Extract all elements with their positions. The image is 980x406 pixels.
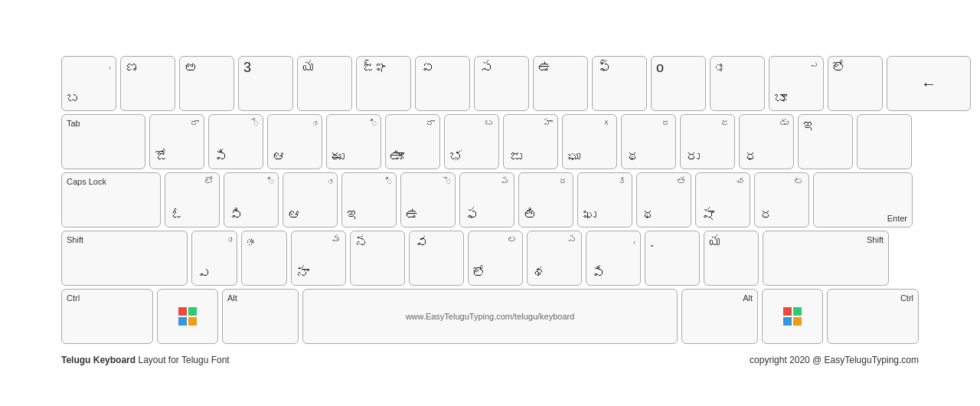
svg-rect-6 <box>783 317 792 326</box>
alt-right-key[interactable]: Alt <box>681 289 758 344</box>
key-s[interactable]: ి ఏి <box>224 172 279 228</box>
key-r[interactable]: ి ఈు <box>326 114 381 169</box>
key-m[interactable]: స శ <box>527 231 582 286</box>
key-a[interactable]: లో ఓ <box>165 172 220 228</box>
key-t[interactable]: రా ఊూ <box>385 114 440 169</box>
key-p[interactable]: జ రు <box>680 114 735 169</box>
footer: Telugu Keyboard Layout for Telugu Font c… <box>31 352 949 365</box>
key-equals[interactable]: ఎ బూ <box>769 56 824 111</box>
key-n[interactable]: ల లో <box>468 231 523 286</box>
key-bracket[interactable]: లో <box>828 56 883 111</box>
svg-rect-4 <box>783 307 792 316</box>
ctrl-left-key[interactable]: Ctrl <box>61 289 153 344</box>
key-v[interactable]: న <box>350 231 405 286</box>
key-7[interactable]: స <box>474 56 529 111</box>
key-z[interactable]: ు ఎ <box>191 231 237 286</box>
svg-rect-1 <box>188 307 197 316</box>
key-q[interactable]: రా జో <box>149 114 204 169</box>
footer-left: Telugu Keyboard Layout for Telugu Font <box>61 355 230 365</box>
footer-right: copyright 2020 @ EasyTeluguTyping.com <box>750 355 919 365</box>
windows-icon <box>177 306 198 327</box>
key-period[interactable]: . <box>645 231 700 286</box>
key-4[interactable]: య <box>297 56 352 111</box>
key-w[interactable]: ే పి <box>208 114 263 169</box>
svg-rect-2 <box>178 317 187 326</box>
key-1[interactable]: ణ <box>120 56 175 111</box>
win-left-key[interactable] <box>157 289 218 344</box>
keyboard-row-5: Ctrl Alt www.EasyTeluguTyping.com/telugu… <box>61 289 919 344</box>
key-lbracket[interactable]: డు ధ <box>739 114 794 169</box>
keyboard-row-1: , బ ణ అ 3 య జ్ఞ ఏ స ఉ ఫ్ o <box>61 56 919 111</box>
key-6[interactable]: ఏ <box>415 56 470 111</box>
key-2[interactable]: అ <box>179 56 234 111</box>
shift-right-key[interactable]: Shift <box>763 231 889 286</box>
svg-rect-0 <box>178 307 187 316</box>
key-quote[interactable]: ట ర <box>754 172 809 228</box>
key-e[interactable]: ఁ ఆ <box>267 114 322 169</box>
alt-left-key[interactable]: Alt <box>222 289 299 344</box>
key-backtick[interactable]: , బ <box>61 56 116 111</box>
caps-lock-key[interactable]: Caps Lock <box>61 172 161 228</box>
key-y[interactable]: బ భ <box>444 114 499 169</box>
key-3[interactable]: 3 <box>238 56 293 111</box>
svg-rect-3 <box>188 317 197 326</box>
key-backslash[interactable] <box>857 114 912 169</box>
key-l[interactable]: త థ <box>636 172 691 228</box>
key-g[interactable]: ె ఉ <box>400 172 456 228</box>
key-semicolon[interactable]: చ షా <box>695 172 750 228</box>
windows-right-icon <box>782 306 803 327</box>
keyboard-row-3: Caps Lock లో ఓ ి ఏి ఁ ఆ ి ఇ ె ఉ ప ఫ ర అి <box>61 172 919 228</box>
key-u[interactable]: హా జు <box>503 114 558 169</box>
key-d[interactable]: ఁ ఆ <box>283 172 338 228</box>
backspace-key[interactable]: ← <box>887 56 971 111</box>
key-slash[interactable]: య <box>704 231 759 286</box>
shift-left-key[interactable]: Shift <box>61 231 188 286</box>
key-j[interactable]: ర అి <box>518 172 573 228</box>
key-comma[interactable]: , పి <box>586 231 641 286</box>
key-f[interactable]: ి ఇ <box>341 172 397 228</box>
ctrl-right-key[interactable]: Ctrl <box>827 289 919 344</box>
tab-key[interactable]: Tab <box>61 114 145 169</box>
keyboard-row-2: Tab రా జో ే పి ఁ ఆ ి ఈు రా ఊూ బ భ హా జు <box>61 114 919 169</box>
key-c[interactable]: మ నా <box>291 231 346 286</box>
svg-rect-5 <box>793 307 802 316</box>
key-b[interactable]: వ <box>409 231 464 286</box>
enter-key[interactable]: Enter <box>813 172 913 228</box>
key-h[interactable]: ప ఫ <box>459 172 514 228</box>
key-5[interactable]: జ్ఞ <box>356 56 411 111</box>
keyboard-row-4: Shift ు ఎ ం మ నా న వ ల లో స శ , పి <box>61 231 919 286</box>
space-key[interactable]: www.EasyTeluguTyping.com/telugu/keyboard <box>302 289 678 344</box>
win-right-key[interactable] <box>762 289 823 344</box>
key-0[interactable]: o <box>651 56 706 111</box>
key-o[interactable]: ద థ <box>621 114 676 169</box>
key-i[interactable]: గ ఘు <box>562 114 617 169</box>
svg-rect-7 <box>793 317 802 326</box>
key-minus[interactable]: ః <box>710 56 765 111</box>
keyboard-wrapper: , బ ణ అ 3 య జ్ఞ ఏ స ఉ ఫ్ o <box>31 41 949 352</box>
key-rbracket[interactable]: ఇ <box>798 114 853 169</box>
key-x[interactable]: ం <box>241 231 287 286</box>
key-9[interactable]: ఫ్ <box>592 56 647 111</box>
key-8[interactable]: ఉ <box>533 56 588 111</box>
key-k[interactable]: క ఖు <box>577 172 632 228</box>
